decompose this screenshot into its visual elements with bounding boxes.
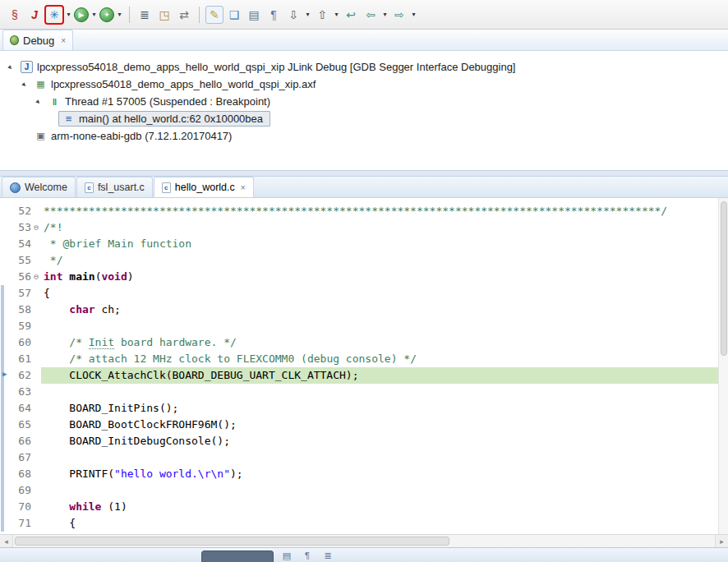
previous-annotation-icon[interactable]: ⇧ [313, 6, 331, 24]
code-editor[interactable]: 52**************************************… [0, 198, 718, 534]
code-line[interactable]: 70 while (1) [0, 499, 718, 515]
annotation-ruler[interactable] [0, 499, 12, 515]
code-line[interactable]: 54 * @brief Main function [0, 236, 718, 252]
code-line[interactable]: 55 */ [0, 252, 718, 269]
vertical-scrollbar[interactable] [718, 198, 728, 534]
console-icon[interactable]: ▤ [279, 549, 294, 562]
horizontal-scrollbar[interactable]: ◂ ▸ [0, 534, 728, 547]
scroll-right-arrow-icon[interactable]: ▸ [715, 535, 728, 547]
debug-menu-dropdown[interactable]: ▾ [64, 6, 73, 24]
expander-icon[interactable]: ▸ [4, 60, 18, 74]
link-icon[interactable]: ⇄ [175, 6, 193, 24]
annotation-ruler[interactable] [0, 466, 12, 482]
annotation-ruler[interactable] [0, 302, 12, 318]
vertical-scrollbar-thumb[interactable] [721, 201, 727, 356]
editor-tab-fsl_usart-c[interactable]: cfsl_usart.c [76, 177, 153, 197]
line-number[interactable]: 52 [12, 203, 41, 219]
line-number[interactable]: 60 [12, 334, 41, 351]
code-line[interactable]: 53⊖/*! [0, 219, 718, 236]
code-line[interactable]: 64 BOARD_InitPins(); [0, 400, 718, 417]
annotation-ruler[interactable] [0, 334, 12, 351]
debug-tree-row[interactable]: ▸‖Thread #1 57005 (Suspended : Breakpoin… [0, 93, 728, 110]
line-number[interactable]: 71 [12, 515, 41, 532]
horizontal-scrollbar-thumb[interactable] [15, 537, 449, 546]
annotation-ruler[interactable] [0, 219, 12, 236]
line-number[interactable]: 62 [12, 367, 41, 384]
mark-occurrences-icon[interactable]: ✎ [205, 6, 223, 24]
show-windows-icon[interactable]: ❏ [225, 6, 243, 24]
debug-tree-row[interactable]: ▣arm-none-eabi-gdb (7.12.1.20170417) [0, 127, 728, 145]
debug-tree-row[interactable]: ▸Jlpcxpresso54018_demo_apps_hello_world_… [0, 58, 728, 76]
expander-icon[interactable]: ▸ [18, 77, 32, 91]
forward-icon[interactable]: ⇨ [390, 6, 408, 24]
code-line[interactable]: 66 BOARD_InitDebugConsole(); [0, 433, 718, 449]
expander-icon[interactable]: ▸ [32, 94, 46, 108]
code-line[interactable]: 69 [0, 482, 718, 499]
annotation-ruler[interactable] [0, 252, 12, 269]
annotation-ruler[interactable]: ▶ [0, 367, 12, 384]
fold-marker-icon[interactable]: ⊖ [31, 269, 41, 285]
debug-icon[interactable]: ✳ [45, 6, 63, 24]
line-number[interactable]: 56⊖ [12, 269, 41, 285]
annotation-ruler[interactable] [0, 400, 12, 417]
annotation-ruler[interactable] [0, 482, 12, 499]
annotation-ruler[interactable] [0, 515, 12, 532]
next-annotation-icon[interactable]: ⇩ [284, 6, 302, 24]
code-line[interactable]: 67 [0, 449, 718, 466]
next-annotation-dropdown[interactable]: ▾ [303, 6, 312, 24]
line-number[interactable]: 63 [12, 384, 41, 400]
console-tab-partial[interactable] [201, 550, 274, 562]
close-icon[interactable]: × [61, 36, 66, 45]
show-whitespace-icon[interactable]: ¶ [265, 6, 283, 24]
debug-tree-row[interactable]: ▸▦lpcxpresso54018_demo_apps_hello_world_… [0, 76, 728, 93]
code-line[interactable]: 59 [0, 318, 718, 334]
previous-annotation-dropdown[interactable]: ▾ [332, 6, 341, 24]
run-menu-dropdown[interactable]: ▾ [90, 6, 99, 24]
library-icon[interactable]: ≣ [136, 6, 154, 24]
annotation-ruler[interactable] [0, 449, 12, 466]
line-number[interactable]: 69 [12, 482, 41, 499]
annotation-ruler[interactable] [0, 384, 12, 400]
line-number[interactable]: 55 [12, 252, 41, 269]
annotation-ruler[interactable] [0, 318, 12, 334]
run-icon[interactable]: ▶ [74, 7, 89, 22]
code-line[interactable]: 52**************************************… [0, 203, 718, 219]
annotation-ruler[interactable] [0, 417, 12, 433]
editor-tab-welcome[interactable]: Welcome [2, 177, 76, 197]
fold-marker-icon[interactable]: ⊖ [31, 219, 41, 236]
forward-dropdown[interactable]: ▾ [409, 6, 418, 24]
back-icon[interactable]: ⇦ [362, 6, 380, 24]
annotation-ruler[interactable] [0, 433, 12, 449]
back-dropdown[interactable]: ▾ [380, 6, 389, 24]
editor-tab-hello_world-c[interactable]: chello_world.c× [154, 177, 254, 197]
code-line[interactable]: 68 PRINTF("hello world.\r\n"); [0, 466, 718, 482]
debug-hooks-icon[interactable]: § [6, 6, 24, 24]
line-number[interactable]: 67 [12, 449, 41, 466]
code-line[interactable]: ▶62 CLOCK_AttachClk(BOARD_DEBUG_UART_CLK… [0, 367, 718, 384]
line-number[interactable]: 61 [12, 351, 41, 367]
annotation-ruler[interactable] [0, 236, 12, 252]
line-number[interactable]: 54 [12, 236, 41, 252]
code-line[interactable]: 65 BOARD_BootClockFROHF96M(); [0, 417, 718, 433]
close-icon[interactable]: × [241, 183, 246, 192]
line-number[interactable]: 70 [12, 499, 41, 515]
horizontal-scrollbar-track[interactable] [13, 535, 715, 547]
line-number[interactable]: 65 [12, 417, 41, 433]
code-line[interactable]: 61 /* attach 12 MHz clock to FLEXCOMM0 (… [0, 351, 718, 367]
line-number[interactable]: 68 [12, 466, 41, 482]
annotation-ruler[interactable] [0, 285, 12, 302]
jlink-icon[interactable]: J [25, 6, 44, 24]
scroll-left-arrow-icon[interactable]: ◂ [0, 535, 13, 547]
line-number[interactable]: 53⊖ [12, 219, 41, 236]
open-folder-icon[interactable]: ◳ [155, 6, 173, 24]
show-view-icon[interactable]: ▤ [245, 6, 263, 24]
external-tools-dropdown[interactable]: ▾ [115, 6, 124, 24]
pin-console-icon[interactable]: ¶ [300, 549, 315, 562]
annotation-ruler[interactable] [0, 269, 12, 285]
code-line[interactable]: 58 char ch; [0, 302, 718, 318]
line-number[interactable]: 64 [12, 400, 41, 417]
code-line[interactable]: 60 /* Init board hardware. */ [0, 334, 718, 351]
tab-debug[interactable]: Debug × [2, 30, 73, 50]
line-number[interactable]: 57 [12, 285, 41, 302]
code-line[interactable]: 63 [0, 384, 718, 400]
